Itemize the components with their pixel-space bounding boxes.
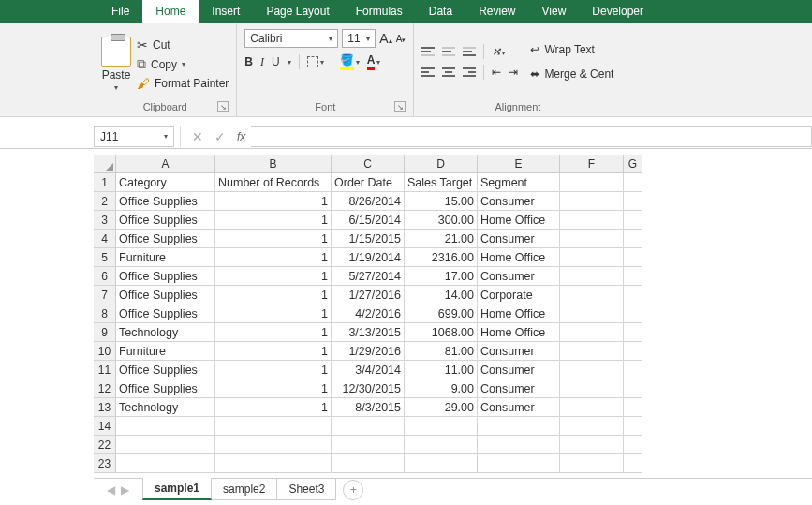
cell[interactable]	[560, 323, 624, 342]
col-header-d[interactable]: D	[405, 155, 478, 173]
cell[interactable]: 3/13/2015	[332, 323, 405, 342]
cell[interactable]: 1	[215, 342, 332, 361]
cell[interactable]: 1	[215, 267, 332, 286]
sheet-tab-sheet3[interactable]: Sheet3	[276, 479, 336, 500]
cell[interactable]: 1	[215, 398, 332, 417]
decrease-indent-button[interactable]: ⇤	[492, 66, 501, 79]
cell[interactable]: 81.00	[405, 342, 478, 361]
cell[interactable]	[624, 211, 642, 230]
cell[interactable]	[560, 379, 624, 398]
cell[interactable]	[624, 398, 642, 417]
cell[interactable]	[560, 361, 624, 379]
cell[interactable]: Consumer	[478, 230, 560, 248]
row-header[interactable]: 14	[94, 417, 116, 436]
cell[interactable]: Home Office	[478, 248, 560, 267]
cell[interactable]: 1	[215, 230, 332, 248]
cell[interactable]: 29.00	[405, 398, 478, 417]
cell[interactable]: Furniture	[116, 342, 215, 361]
wrap-text-button[interactable]: ↩ Wrap Text	[530, 43, 613, 56]
cell[interactable]	[215, 417, 332, 436]
cell[interactable]	[560, 286, 624, 304]
cell[interactable]: Technology	[116, 323, 215, 342]
cell[interactable]: 1	[215, 379, 332, 398]
tab-page-layout[interactable]: Page Layout	[253, 0, 342, 23]
row-header[interactable]: 2	[94, 192, 116, 211]
cell[interactable]	[560, 342, 624, 361]
cell[interactable]	[332, 417, 405, 436]
font-color-button[interactable]: A ▾	[367, 53, 381, 70]
cell[interactable]	[560, 192, 624, 211]
cell[interactable]: 21.00	[405, 230, 478, 248]
cell[interactable]: Office Supplies	[116, 211, 215, 230]
cell[interactable]: 2316.00	[405, 248, 478, 267]
align-center-button[interactable]	[442, 67, 455, 77]
font-size-selector[interactable]: 11 ▾	[342, 29, 376, 48]
cell[interactable]	[624, 323, 642, 342]
align-top-button[interactable]	[421, 47, 435, 56]
cell[interactable]	[624, 417, 642, 436]
cancel-formula-button[interactable]: ✕	[186, 129, 209, 144]
cell[interactable]: 1/19/2014	[332, 248, 405, 267]
decrease-font-size-button[interactable]: A▾	[396, 34, 406, 44]
row-header[interactable]: 3	[94, 211, 116, 230]
row-header[interactable]: 4	[94, 230, 116, 248]
cell[interactable]	[624, 342, 642, 361]
cell[interactable]: Home Office	[478, 323, 560, 342]
merge-center-button[interactable]: ⬌ Merge & Cent	[530, 67, 613, 81]
sheet-nav-prev[interactable]: ◀	[107, 483, 115, 497]
cell[interactable]	[215, 436, 332, 454]
row-header[interactable]: 10	[94, 342, 116, 361]
cell[interactable]: Number of Records	[215, 173, 332, 192]
cell[interactable]	[405, 436, 478, 454]
sheet-tab-sample2[interactable]: sample2	[211, 479, 277, 500]
cell[interactable]: Sales Target	[405, 173, 478, 192]
cell[interactable]	[624, 230, 642, 248]
formula-input[interactable]	[251, 126, 812, 147]
cut-button[interactable]: ✂ Cut	[137, 37, 229, 52]
tab-home[interactable]: Home	[142, 0, 199, 23]
tab-insert[interactable]: Insert	[199, 0, 253, 23]
cell[interactable]: 1	[215, 211, 332, 230]
cell[interactable]: Furniture	[116, 248, 215, 267]
cell[interactable]	[116, 417, 215, 436]
cell[interactable]	[116, 454, 215, 473]
tab-review[interactable]: Review	[465, 0, 528, 23]
cell[interactable]: 5/27/2014	[332, 267, 405, 286]
tab-view[interactable]: View	[529, 0, 580, 23]
cell[interactable]: 1068.00	[405, 323, 478, 342]
cell[interactable]	[624, 173, 642, 192]
col-header-f[interactable]: F	[560, 155, 624, 173]
cell[interactable]	[624, 267, 642, 286]
cell[interactable]: 1	[215, 323, 332, 342]
tab-formulas[interactable]: Formulas	[343, 0, 416, 23]
col-header-g[interactable]: G	[624, 155, 642, 173]
col-header-a[interactable]: A	[116, 155, 215, 173]
cell[interactable]: 6/15/2014	[332, 211, 405, 230]
cell[interactable]: 300.00	[405, 211, 478, 230]
cell[interactable]	[215, 454, 332, 473]
increase-font-size-button[interactable]: A▴	[379, 31, 391, 46]
col-header-b[interactable]: B	[215, 155, 332, 173]
cell[interactable]: Home Office	[478, 304, 560, 323]
name-box[interactable]: J11 ▾	[94, 126, 174, 147]
row-header[interactable]: 12	[94, 379, 116, 398]
copy-button[interactable]: ⧉ Copy ▾	[137, 56, 229, 72]
cell[interactable]: Consumer	[478, 342, 560, 361]
increase-indent-button[interactable]: ⇥	[509, 66, 518, 79]
accept-formula-button[interactable]: ✓	[209, 129, 231, 144]
cell[interactable]	[560, 417, 624, 436]
row-header[interactable]: 22	[94, 436, 116, 454]
cell[interactable]	[478, 417, 560, 436]
format-painter-button[interactable]: 🖌 Format Painter	[137, 76, 229, 91]
cell[interactable]	[624, 436, 642, 454]
cell[interactable]: Technology	[116, 398, 215, 417]
cell[interactable]	[405, 454, 478, 473]
cell[interactable]: Office Supplies	[116, 267, 215, 286]
dialog-launcher-clipboard[interactable]: ↘	[217, 101, 229, 112]
cell[interactable]: 1/15/2015	[332, 230, 405, 248]
cell[interactable]	[560, 173, 624, 192]
cell[interactable]	[560, 211, 624, 230]
cell[interactable]: Consumer	[478, 361, 560, 379]
add-sheet-button[interactable]: +	[343, 480, 363, 500]
cell[interactable]: 4/2/2016	[332, 304, 405, 323]
